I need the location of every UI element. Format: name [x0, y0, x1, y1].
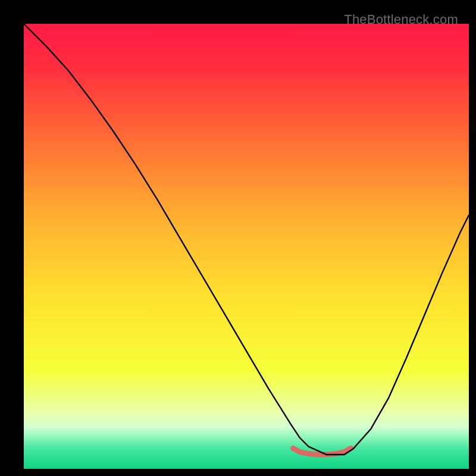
gradient-background: [24, 24, 469, 469]
watermark-text: TheBottleneck.com: [344, 12, 458, 27]
chart-frame: TheBottleneck.com: [8, 8, 468, 468]
chart-plot: [24, 24, 469, 469]
